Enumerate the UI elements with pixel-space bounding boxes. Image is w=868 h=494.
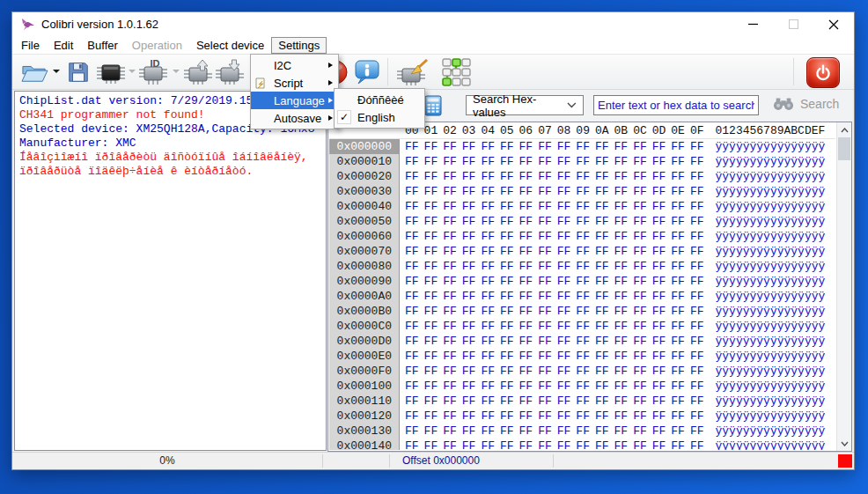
hex-byte[interactable]: FF bbox=[519, 214, 539, 229]
hex-byte[interactable]: FF bbox=[690, 364, 710, 379]
hex-byte[interactable]: FF bbox=[500, 274, 519, 289]
hex-byte[interactable]: FF bbox=[481, 184, 500, 199]
hex-byte[interactable]: FF bbox=[424, 184, 444, 199]
language-russian[interactable]: Ðóññêèé bbox=[335, 91, 424, 108]
hex-byte[interactable]: FF bbox=[405, 154, 424, 169]
hex-byte[interactable]: FF bbox=[519, 274, 539, 289]
hex-byte[interactable]: FF bbox=[519, 349, 539, 364]
hex-address[interactable]: 0x000040 bbox=[329, 199, 400, 214]
hex-byte[interactable]: FF bbox=[652, 304, 672, 319]
hex-byte[interactable]: FF bbox=[500, 424, 519, 439]
hex-byte[interactable]: FF bbox=[557, 304, 577, 319]
hex-byte[interactable]: FF bbox=[690, 349, 710, 364]
hex-byte[interactable]: FF bbox=[614, 304, 634, 319]
hex-byte[interactable]: FF bbox=[652, 424, 672, 439]
chip-id-dropdown-arrow[interactable] bbox=[173, 70, 180, 73]
hex-byte[interactable]: FF bbox=[671, 274, 690, 289]
hex-byte[interactable]: FF bbox=[557, 214, 577, 229]
hex-byte[interactable]: FF bbox=[538, 409, 557, 424]
hex-byte[interactable]: FF bbox=[595, 424, 614, 439]
menu-edit[interactable]: Edit bbox=[47, 37, 80, 54]
hex-byte[interactable]: FF bbox=[405, 394, 424, 409]
hex-byte[interactable]: FF bbox=[462, 289, 482, 304]
hex-ascii[interactable]: ÿÿÿÿÿÿÿÿÿÿÿÿÿÿÿÿ bbox=[716, 274, 828, 289]
hex-ascii[interactable]: ÿÿÿÿÿÿÿÿÿÿÿÿÿÿÿÿ bbox=[716, 289, 828, 304]
hex-byte[interactable]: FF bbox=[671, 349, 690, 364]
hex-byte[interactable]: FF bbox=[424, 304, 444, 319]
hex-byte[interactable]: FF bbox=[614, 274, 634, 289]
hex-byte[interactable]: FF bbox=[519, 439, 539, 450]
hex-byte[interactable]: FF bbox=[538, 349, 557, 364]
hex-byte[interactable]: FF bbox=[443, 409, 462, 424]
hex-byte[interactable]: FF bbox=[614, 394, 634, 409]
hex-byte[interactable]: FF bbox=[538, 319, 557, 334]
hex-byte[interactable]: FF bbox=[424, 319, 444, 334]
hex-byte[interactable]: FF bbox=[576, 184, 595, 199]
hex-byte[interactable]: FF bbox=[462, 184, 482, 199]
hex-byte[interactable]: FF bbox=[519, 139, 539, 154]
hex-byte[interactable]: FF bbox=[690, 379, 710, 394]
hex-byte[interactable]: FF bbox=[671, 229, 690, 244]
hex-byte[interactable]: FF bbox=[595, 199, 614, 214]
hex-byte[interactable]: FF bbox=[519, 199, 539, 214]
hex-byte[interactable]: FF bbox=[576, 274, 595, 289]
hex-byte[interactable]: FF bbox=[595, 334, 614, 349]
hex-byte[interactable]: FF bbox=[405, 304, 424, 319]
hex-byte[interactable]: FF bbox=[519, 364, 539, 379]
erase-chip-button[interactable] bbox=[394, 57, 430, 87]
hex-address[interactable]: 0x000050 bbox=[329, 214, 400, 229]
hex-byte[interactable]: FF bbox=[481, 289, 500, 304]
hex-byte[interactable]: FF bbox=[671, 259, 690, 274]
hex-ascii[interactable]: ÿÿÿÿÿÿÿÿÿÿÿÿÿÿÿÿ bbox=[716, 244, 828, 259]
hex-byte[interactable]: FF bbox=[481, 259, 500, 274]
hex-byte[interactable]: FF bbox=[443, 319, 462, 334]
hex-byte[interactable]: FF bbox=[690, 259, 710, 274]
hex-address[interactable]: 0x000090 bbox=[329, 274, 400, 289]
hex-byte[interactable]: FF bbox=[595, 304, 614, 319]
hex-address[interactable]: 0x000110 bbox=[329, 394, 400, 409]
hex-ascii[interactable]: ÿÿÿÿÿÿÿÿÿÿÿÿÿÿÿÿ bbox=[716, 439, 828, 450]
hex-byte[interactable]: FF bbox=[690, 289, 710, 304]
hex-byte[interactable]: FF bbox=[690, 334, 710, 349]
hex-byte[interactable]: FF bbox=[690, 304, 710, 319]
hex-address[interactable]: 0x0000A0 bbox=[329, 289, 400, 304]
hex-byte[interactable]: FF bbox=[652, 289, 672, 304]
hex-byte[interactable]: FF bbox=[462, 304, 482, 319]
hex-byte[interactable]: FF bbox=[443, 334, 462, 349]
hex-byte[interactable]: FF bbox=[595, 319, 614, 334]
save-button[interactable] bbox=[65, 57, 92, 87]
hex-byte[interactable]: FF bbox=[443, 424, 462, 439]
hex-byte[interactable]: FF bbox=[538, 229, 557, 244]
hex-address[interactable]: 0x000000 bbox=[329, 139, 400, 154]
hex-byte[interactable]: FF bbox=[690, 184, 710, 199]
hex-byte[interactable]: FF bbox=[424, 199, 444, 214]
hex-byte[interactable]: FF bbox=[576, 334, 595, 349]
hex-byte[interactable]: FF bbox=[652, 319, 672, 334]
hex-byte[interactable]: FF bbox=[443, 394, 462, 409]
hex-byte[interactable]: FF bbox=[652, 154, 672, 169]
hex-byte[interactable]: FF bbox=[538, 439, 557, 450]
hex-byte[interactable]: FF bbox=[671, 304, 690, 319]
hex-byte[interactable]: FF bbox=[671, 289, 690, 304]
hex-byte[interactable]: FF bbox=[595, 214, 614, 229]
hex-byte[interactable]: FF bbox=[405, 364, 424, 379]
hex-ascii[interactable]: ÿÿÿÿÿÿÿÿÿÿÿÿÿÿÿÿ bbox=[716, 319, 828, 334]
hex-byte[interactable]: FF bbox=[576, 244, 595, 259]
hex-byte[interactable]: FF bbox=[424, 169, 444, 184]
hex-byte[interactable]: FF bbox=[671, 169, 690, 184]
hex-byte[interactable]: FF bbox=[576, 289, 595, 304]
hex-byte[interactable]: FF bbox=[443, 439, 462, 450]
hex-byte[interactable]: FF bbox=[614, 184, 634, 199]
hex-byte[interactable]: FF bbox=[405, 184, 424, 199]
hex-byte[interactable]: FF bbox=[462, 214, 482, 229]
hex-byte[interactable]: FF bbox=[633, 154, 652, 169]
hex-byte[interactable]: FF bbox=[405, 169, 424, 184]
settings-menu-language[interactable]: Language bbox=[251, 92, 338, 109]
hex-byte[interactable]: FF bbox=[538, 424, 557, 439]
hex-byte[interactable]: FF bbox=[462, 364, 482, 379]
hex-byte[interactable]: FF bbox=[481, 409, 500, 424]
hex-byte[interactable]: FF bbox=[595, 289, 614, 304]
hex-address[interactable]: 0x000130 bbox=[329, 424, 400, 439]
scroll-down-button[interactable] bbox=[837, 436, 851, 451]
hex-byte[interactable]: FF bbox=[500, 154, 519, 169]
